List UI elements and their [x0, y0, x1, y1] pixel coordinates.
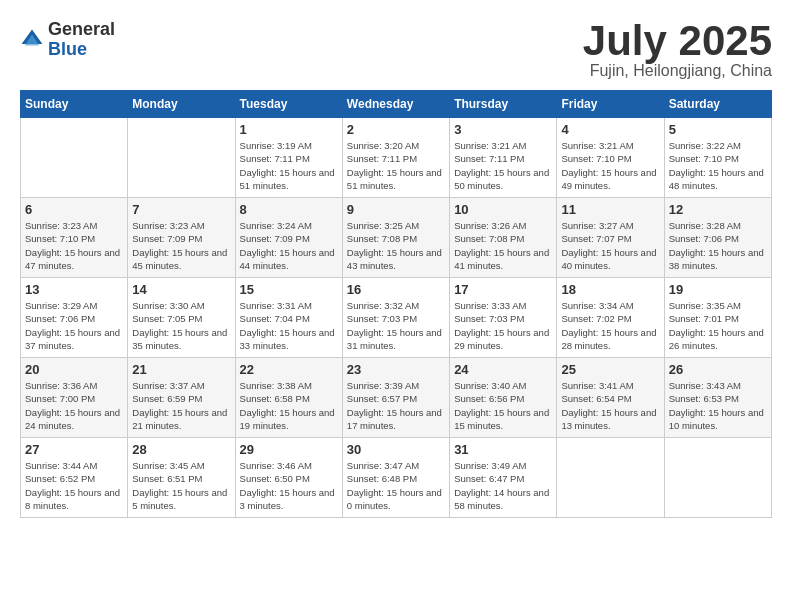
day-detail: Sunrise: 3:31 AMSunset: 7:04 PMDaylight:… — [240, 299, 338, 352]
day-detail: Sunrise: 3:28 AMSunset: 7:06 PMDaylight:… — [669, 219, 767, 272]
day-number: 29 — [240, 442, 338, 457]
calendar-cell: 22 Sunrise: 3:38 AMSunset: 6:58 PMDaylig… — [235, 358, 342, 438]
day-number: 13 — [25, 282, 123, 297]
day-number: 23 — [347, 362, 445, 377]
calendar-cell: 20 Sunrise: 3:36 AMSunset: 7:00 PMDaylig… — [21, 358, 128, 438]
calendar-cell: 24 Sunrise: 3:40 AMSunset: 6:56 PMDaylig… — [450, 358, 557, 438]
calendar-cell: 5 Sunrise: 3:22 AMSunset: 7:10 PMDayligh… — [664, 118, 771, 198]
weekday-header: Saturday — [664, 91, 771, 118]
day-number: 12 — [669, 202, 767, 217]
day-detail: Sunrise: 3:35 AMSunset: 7:01 PMDaylight:… — [669, 299, 767, 352]
day-number: 10 — [454, 202, 552, 217]
logo-general: General — [48, 20, 115, 40]
calendar-week-row: 1 Sunrise: 3:19 AMSunset: 7:11 PMDayligh… — [21, 118, 772, 198]
day-detail: Sunrise: 3:20 AMSunset: 7:11 PMDaylight:… — [347, 139, 445, 192]
logo-blue: Blue — [48, 40, 115, 60]
page-header: General Blue July 2025 Fujin, Heilongjia… — [20, 20, 772, 80]
calendar-subtitle: Fujin, Heilongjiang, China — [583, 62, 772, 80]
calendar-cell: 13 Sunrise: 3:29 AMSunset: 7:06 PMDaylig… — [21, 278, 128, 358]
calendar-cell: 25 Sunrise: 3:41 AMSunset: 6:54 PMDaylig… — [557, 358, 664, 438]
day-number: 22 — [240, 362, 338, 377]
day-detail: Sunrise: 3:33 AMSunset: 7:03 PMDaylight:… — [454, 299, 552, 352]
day-detail: Sunrise: 3:24 AMSunset: 7:09 PMDaylight:… — [240, 219, 338, 272]
day-detail: Sunrise: 3:41 AMSunset: 6:54 PMDaylight:… — [561, 379, 659, 432]
day-detail: Sunrise: 3:44 AMSunset: 6:52 PMDaylight:… — [25, 459, 123, 512]
calendar-cell: 26 Sunrise: 3:43 AMSunset: 6:53 PMDaylig… — [664, 358, 771, 438]
day-number: 7 — [132, 202, 230, 217]
day-number: 11 — [561, 202, 659, 217]
day-detail: Sunrise: 3:47 AMSunset: 6:48 PMDaylight:… — [347, 459, 445, 512]
day-number: 28 — [132, 442, 230, 457]
day-detail: Sunrise: 3:39 AMSunset: 6:57 PMDaylight:… — [347, 379, 445, 432]
calendar-cell: 30 Sunrise: 3:47 AMSunset: 6:48 PMDaylig… — [342, 438, 449, 518]
day-detail: Sunrise: 3:36 AMSunset: 7:00 PMDaylight:… — [25, 379, 123, 432]
day-number: 5 — [669, 122, 767, 137]
calendar-cell: 23 Sunrise: 3:39 AMSunset: 6:57 PMDaylig… — [342, 358, 449, 438]
calendar-cell: 15 Sunrise: 3:31 AMSunset: 7:04 PMDaylig… — [235, 278, 342, 358]
calendar-cell: 19 Sunrise: 3:35 AMSunset: 7:01 PMDaylig… — [664, 278, 771, 358]
day-detail: Sunrise: 3:25 AMSunset: 7:08 PMDaylight:… — [347, 219, 445, 272]
calendar-cell: 28 Sunrise: 3:45 AMSunset: 6:51 PMDaylig… — [128, 438, 235, 518]
logo-icon — [20, 28, 44, 52]
day-detail: Sunrise: 3:46 AMSunset: 6:50 PMDaylight:… — [240, 459, 338, 512]
day-number: 9 — [347, 202, 445, 217]
day-number: 15 — [240, 282, 338, 297]
day-detail: Sunrise: 3:26 AMSunset: 7:08 PMDaylight:… — [454, 219, 552, 272]
day-detail: Sunrise: 3:29 AMSunset: 7:06 PMDaylight:… — [25, 299, 123, 352]
calendar-cell: 14 Sunrise: 3:30 AMSunset: 7:05 PMDaylig… — [128, 278, 235, 358]
logo-text: General Blue — [48, 20, 115, 60]
day-detail: Sunrise: 3:45 AMSunset: 6:51 PMDaylight:… — [132, 459, 230, 512]
weekday-header: Monday — [128, 91, 235, 118]
weekday-header-row: SundayMondayTuesdayWednesdayThursdayFrid… — [21, 91, 772, 118]
title-block: July 2025 Fujin, Heilongjiang, China — [583, 20, 772, 80]
calendar-week-row: 13 Sunrise: 3:29 AMSunset: 7:06 PMDaylig… — [21, 278, 772, 358]
day-number: 31 — [454, 442, 552, 457]
day-number: 18 — [561, 282, 659, 297]
calendar-cell: 9 Sunrise: 3:25 AMSunset: 7:08 PMDayligh… — [342, 198, 449, 278]
calendar-cell: 1 Sunrise: 3:19 AMSunset: 7:11 PMDayligh… — [235, 118, 342, 198]
calendar-cell: 17 Sunrise: 3:33 AMSunset: 7:03 PMDaylig… — [450, 278, 557, 358]
day-number: 4 — [561, 122, 659, 137]
day-detail: Sunrise: 3:49 AMSunset: 6:47 PMDaylight:… — [454, 459, 552, 512]
day-number: 1 — [240, 122, 338, 137]
calendar-cell: 7 Sunrise: 3:23 AMSunset: 7:09 PMDayligh… — [128, 198, 235, 278]
calendar-week-row: 27 Sunrise: 3:44 AMSunset: 6:52 PMDaylig… — [21, 438, 772, 518]
day-number: 24 — [454, 362, 552, 377]
day-number: 2 — [347, 122, 445, 137]
calendar-week-row: 6 Sunrise: 3:23 AMSunset: 7:10 PMDayligh… — [21, 198, 772, 278]
day-number: 21 — [132, 362, 230, 377]
day-number: 17 — [454, 282, 552, 297]
calendar-cell: 18 Sunrise: 3:34 AMSunset: 7:02 PMDaylig… — [557, 278, 664, 358]
calendar-cell: 4 Sunrise: 3:21 AMSunset: 7:10 PMDayligh… — [557, 118, 664, 198]
calendar-cell — [21, 118, 128, 198]
day-number: 19 — [669, 282, 767, 297]
day-detail: Sunrise: 3:19 AMSunset: 7:11 PMDaylight:… — [240, 139, 338, 192]
calendar-cell — [557, 438, 664, 518]
calendar-cell: 31 Sunrise: 3:49 AMSunset: 6:47 PMDaylig… — [450, 438, 557, 518]
day-number: 25 — [561, 362, 659, 377]
calendar-cell: 8 Sunrise: 3:24 AMSunset: 7:09 PMDayligh… — [235, 198, 342, 278]
calendar-cell: 10 Sunrise: 3:26 AMSunset: 7:08 PMDaylig… — [450, 198, 557, 278]
day-number: 3 — [454, 122, 552, 137]
day-number: 30 — [347, 442, 445, 457]
calendar-cell: 11 Sunrise: 3:27 AMSunset: 7:07 PMDaylig… — [557, 198, 664, 278]
calendar-week-row: 20 Sunrise: 3:36 AMSunset: 7:00 PMDaylig… — [21, 358, 772, 438]
day-number: 14 — [132, 282, 230, 297]
day-detail: Sunrise: 3:21 AMSunset: 7:11 PMDaylight:… — [454, 139, 552, 192]
calendar-cell: 2 Sunrise: 3:20 AMSunset: 7:11 PMDayligh… — [342, 118, 449, 198]
calendar-cell: 21 Sunrise: 3:37 AMSunset: 6:59 PMDaylig… — [128, 358, 235, 438]
day-detail: Sunrise: 3:40 AMSunset: 6:56 PMDaylight:… — [454, 379, 552, 432]
day-detail: Sunrise: 3:38 AMSunset: 6:58 PMDaylight:… — [240, 379, 338, 432]
day-detail: Sunrise: 3:37 AMSunset: 6:59 PMDaylight:… — [132, 379, 230, 432]
calendar-title: July 2025 — [583, 20, 772, 62]
calendar-cell: 12 Sunrise: 3:28 AMSunset: 7:06 PMDaylig… — [664, 198, 771, 278]
weekday-header: Sunday — [21, 91, 128, 118]
calendar-cell: 3 Sunrise: 3:21 AMSunset: 7:11 PMDayligh… — [450, 118, 557, 198]
calendar-cell: 6 Sunrise: 3:23 AMSunset: 7:10 PMDayligh… — [21, 198, 128, 278]
day-detail: Sunrise: 3:21 AMSunset: 7:10 PMDaylight:… — [561, 139, 659, 192]
weekday-header: Wednesday — [342, 91, 449, 118]
day-detail: Sunrise: 3:34 AMSunset: 7:02 PMDaylight:… — [561, 299, 659, 352]
calendar-table: SundayMondayTuesdayWednesdayThursdayFrid… — [20, 90, 772, 518]
weekday-header: Tuesday — [235, 91, 342, 118]
logo: General Blue — [20, 20, 115, 60]
